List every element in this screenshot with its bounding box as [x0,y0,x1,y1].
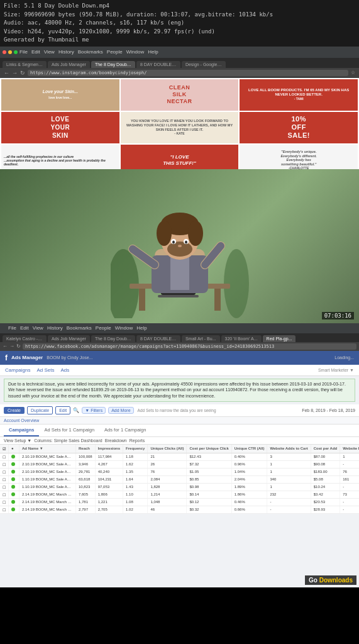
url-input-top[interactable]: https://www.instagram.com/boombycindyjos… [28,70,348,76]
menu-help-2[interactable]: Help [136,325,146,331]
tab-design-google-drive[interactable]: Design - Google Dri... [182,61,226,68]
url-input-bottom[interactable]: https://www.facebook.com/adsmanager/mana… [23,343,356,350]
td-checkbox-2[interactable]: ☐ [0,468,9,475]
tab-ads-manager[interactable]: Ads Job Manager [48,335,90,342]
back-btn-2[interactable]: ← [3,343,8,349]
td-name-4[interactable]: 1.10.19 BOOM_MC Sale Ads SE1 0.gif - Cop… [19,483,76,491]
td-checkbox-5[interactable]: ☐ [0,491,9,498]
menu-view-2[interactable]: View [33,325,43,331]
svg-point-15 [167,242,192,257]
td-checkbox-3[interactable]: ☐ [0,475,9,483]
td-name-2[interactable]: 2.10.19 BOOM_MC Sale Ads DE 1 2.png [19,468,76,475]
view-setup[interactable]: View Setup ▼ [4,438,31,443]
fb-nav: Campaigns Ad Sets Ads Smart Marketer ▼ [0,365,359,376]
menu-view[interactable]: View [44,49,55,55]
menu-edit[interactable]: Edit [31,49,40,55]
menu-window[interactable]: Window [126,49,144,55]
tab-small-art[interactable]: Small Art - Bu... [182,335,220,342]
th-unique-clicks[interactable]: Unique Clicks (All) [148,445,187,453]
create-button[interactable]: Create [4,407,25,414]
refresh-btn-2[interactable]: ↻ [16,343,21,349]
td-name-3[interactable]: 1.10.19 BOOM_MC Sale Ads SE1 0.gif [19,475,76,483]
tab-campaigns[interactable]: Campaigns [4,425,39,436]
table-container[interactable]: ☑ ● Ad Name ▼ Reach Impressions Frequenc… [0,445,359,514]
go-downloads-watermark: Go Downloads [305,575,356,585]
td-checkbox-7[interactable]: ☐ [0,506,9,513]
tab-ads-job-manager[interactable]: Ads Job Manager [48,61,90,68]
td-name-7[interactable]: 2.14.19 BOOM_MC March Sale Ads_Sale Cirl… [19,506,76,513]
menu-window-2[interactable]: Window [115,325,133,331]
th-purchases[interactable]: Website Purchases [340,445,359,453]
menu-file-2[interactable]: File [8,325,16,331]
edit-button[interactable]: Edit [55,406,70,414]
menu-people-2[interactable]: People [96,325,111,331]
th-ad-name[interactable]: Ad Name ▼ [19,445,76,453]
menu-people[interactable]: People [107,49,123,55]
menu-bookmarks[interactable]: Bookmarks [78,49,103,55]
td-name-1[interactable]: 2.10.19 BOOM_MC Sale Ads DE 2.jpg [19,460,76,468]
columns-label[interactable]: Columns: Simple Sales Dashboard [34,438,102,443]
td-ctr-2: 1.04% [231,468,267,475]
downloads-text: Downloads [319,577,353,584]
th-reach[interactable]: Reach [76,445,96,453]
add-more-chip[interactable]: Add More [108,407,133,414]
menu-bookmarks-2[interactable]: Bookmarks [67,325,92,331]
file-info-line2: Size: 996969690 bytes (950.78 MiB), dura… [4,11,355,19]
window-minimize-btn[interactable] [8,50,12,54]
tab-8day-double-2[interactable]: 8 DAY DOUBLE DO... [136,335,180,342]
td-purchases-1: - [340,460,359,468]
th-adds-to-cart[interactable]: Website Adds to Cart [267,445,311,453]
tab-320-boom[interactable]: 320 'Il Boom' A... [221,335,262,342]
td-status-7 [9,506,19,513]
tab-links-segments[interactable]: Links & Segments (1... [3,61,47,68]
td-checkbox-6[interactable]: ☐ [0,498,9,506]
td-checkbox-1[interactable]: ☐ [0,460,9,468]
reports-label[interactable]: Reports [130,438,145,443]
td-clicks-5: 1,214 [148,491,187,498]
forward-btn[interactable]: → [12,70,18,76]
td-checkbox-0[interactable]: ☐ [0,453,9,460]
th-cost-per-click[interactable]: Cost per Unique Click [187,445,231,453]
tab-ads[interactable]: Ads for 1 Campaign [99,425,151,436]
td-impressions-4: 97,053 [95,483,123,491]
duplicate-button[interactable]: Duplicate [27,406,53,414]
nav-campaigns[interactable]: Campaigns [5,367,30,373]
window-close-btn[interactable] [3,50,6,54]
td-name-0[interactable]: 2.10.19 BOOM_MC Sale Ads DE 1 11.jpg [19,453,76,460]
nav-ad-sets[interactable]: Ad Sets [36,367,54,373]
td-name-5[interactable]: 2.14.19 BOOM_MC March Sale Ads_Sale 001 … [19,491,76,498]
forward-btn-2[interactable]: → [9,343,14,349]
menu-help[interactable]: Help [148,49,158,55]
menu-history-2[interactable]: History [47,325,63,331]
window-maximize-btn[interactable] [14,50,18,54]
go-text: Go [309,577,319,584]
td-checkbox-4[interactable]: ☐ [0,483,9,491]
tab-8-day-double[interactable]: The 8 Day Double D... [91,61,135,68]
bookmark-icon[interactable]: ☆ [351,70,355,75]
td-name-6[interactable]: 2.14.19 BOOM_MC March Sale Ads_Sale Cirl… [19,498,76,506]
menu-file[interactable]: File [19,49,28,55]
breakdown-label[interactable]: Breakdown [105,438,127,443]
td-impressions-3: 104,231 [95,475,123,483]
tab-ad-sets[interactable]: Ad Sets for 1 Campaign [39,425,99,436]
menu-edit-2[interactable]: Edit [20,325,29,331]
td-clicks-7: 46 [148,506,187,513]
tab-red-pla[interactable]: Red Pla-gp... [263,335,296,342]
svg-point-14 [188,221,203,246]
th-impressions[interactable]: Impressions [95,445,123,453]
back-btn[interactable]: ← [4,70,9,76]
th-ctr[interactable]: Unique CTR (All) [231,445,267,453]
th-cost-per-add[interactable]: Cost per Add [311,445,340,453]
nav-ads[interactable]: Ads [60,367,69,373]
menu-history[interactable]: History [58,49,74,55]
date-range[interactable]: Feb 8, 2019 - Feb 18, 2019 [302,408,355,413]
filters-chip[interactable]: ▼ Filters [82,407,106,414]
refresh-btn[interactable]: ↻ [20,70,25,76]
td-purchases-3: 161 [340,475,359,483]
tab-8-day-double-2[interactable]: 8 DAY DOUBLE DO... [136,61,180,68]
td-clicks-1: 26 [148,460,187,468]
tab-katelyn[interactable]: Katelyn Castro - Cl... [3,335,47,342]
tab-8day-2[interactable]: The 8 Day Double D... [91,335,135,342]
account-overview-link[interactable]: Account Overview [4,418,39,423]
th-frequency[interactable]: Frequency [123,445,148,453]
